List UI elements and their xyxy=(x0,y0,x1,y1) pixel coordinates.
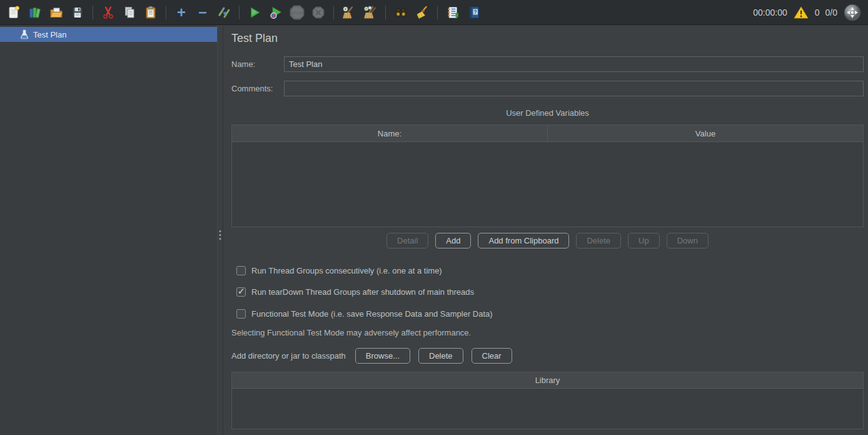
clear-icon xyxy=(341,5,356,20)
shutdown-icon xyxy=(311,5,326,20)
page-title: Test Plan xyxy=(231,32,278,45)
function-helper-button[interactable] xyxy=(443,3,463,23)
cut-icon xyxy=(101,5,116,20)
test-plan-tree: Test Plan xyxy=(0,25,217,435)
templates-button[interactable] xyxy=(25,3,45,23)
delete-button[interactable]: Delete xyxy=(576,233,621,248)
search-icon xyxy=(393,5,408,20)
comments-row: Comments: xyxy=(231,80,864,96)
toolbar: STOP xyxy=(0,0,868,25)
open-icon xyxy=(49,5,64,20)
test-plan-flask-icon xyxy=(20,29,29,39)
library-table: Library xyxy=(231,372,864,429)
tree-splitter[interactable] xyxy=(217,25,223,435)
collapse-all-button[interactable] xyxy=(193,3,213,23)
add-from-clipboard-button[interactable]: Add from Clipboard xyxy=(478,233,569,248)
paste-icon xyxy=(143,5,158,20)
new-icon xyxy=(6,5,21,20)
functional-test-mode-checkbox-row[interactable]: Functional Test Mode (i.e. save Response… xyxy=(236,309,493,319)
error-count: 0 xyxy=(815,8,820,18)
clear-all-button[interactable] xyxy=(360,3,380,23)
toolbar-status-area: 00:00:00 0 0/0 xyxy=(753,3,864,22)
open-button[interactable] xyxy=(46,3,66,23)
name-label: Name: xyxy=(231,59,284,69)
toolbar-separator xyxy=(385,6,386,19)
start-button[interactable] xyxy=(245,3,265,23)
variables-button-row: Detail Add Add from Clipboard Delete Up … xyxy=(231,232,864,248)
collapse-all-icon xyxy=(198,5,207,20)
warning-indicator-icon[interactable] xyxy=(793,5,809,20)
clear-button[interactable] xyxy=(339,3,359,23)
stop-icon: STOP xyxy=(289,4,305,21)
splitter-grip-icon[interactable] xyxy=(220,230,221,240)
templates-icon xyxy=(28,5,43,20)
search-button[interactable] xyxy=(391,3,411,23)
search-reset-button[interactable] xyxy=(412,3,432,23)
thread-counts: 0/0 xyxy=(825,8,837,18)
checkbox-icon[interactable] xyxy=(236,266,246,275)
start-icon xyxy=(247,5,262,20)
toggle-icon xyxy=(216,5,231,20)
classpath-delete-button[interactable]: Delete xyxy=(418,348,463,364)
toggle-button[interactable] xyxy=(214,3,234,23)
svg-text:?: ? xyxy=(474,8,477,14)
toolbar-separator xyxy=(93,6,93,19)
expand-all-button[interactable] xyxy=(171,3,191,23)
comments-input[interactable] xyxy=(284,81,864,96)
clear-all-icon xyxy=(363,5,378,20)
toolbar-separator xyxy=(333,6,334,19)
user-defined-variables-table: Name: Value xyxy=(231,125,864,227)
content-area: Test Plan Test Plan Name: Comments: User… xyxy=(0,25,868,435)
save-button[interactable] xyxy=(68,3,88,23)
table-header-row: Name: Value xyxy=(232,125,863,142)
toolbar-separator xyxy=(437,6,438,19)
name-input[interactable] xyxy=(284,56,864,72)
copy-icon xyxy=(122,5,137,20)
copy-button[interactable] xyxy=(119,3,139,23)
shutdown-button[interactable] xyxy=(308,3,328,23)
expand-all-icon xyxy=(177,5,186,20)
up-button[interactable]: Up xyxy=(628,233,660,248)
test-plan-panel: Test Plan Name: Comments: User Defined V… xyxy=(223,25,868,435)
checkbox-icon[interactable] xyxy=(236,287,246,297)
toolbar-separator xyxy=(166,6,166,19)
checkbox-icon[interactable] xyxy=(236,309,246,319)
run-indicator-icon xyxy=(843,3,862,22)
tree-item-test-plan[interactable]: Test Plan xyxy=(0,27,217,42)
column-header-value[interactable]: Value xyxy=(547,125,863,141)
function-helper-icon xyxy=(445,5,460,20)
search-reset-icon xyxy=(415,5,430,20)
browse-button[interactable]: Browse... xyxy=(355,348,410,364)
table-body-empty[interactable] xyxy=(232,142,863,227)
classpath-row: Add directory or jar to classpath Browse… xyxy=(231,347,512,364)
checkbox-label: Functional Test Mode (i.e. save Response… xyxy=(251,309,493,319)
help-icon: ? xyxy=(467,5,482,20)
library-header[interactable]: Library xyxy=(232,372,863,389)
toolbar-separator xyxy=(239,6,240,19)
functional-mode-note: Selecting Functional Test Mode may adver… xyxy=(231,328,471,337)
classpath-label: Add directory or jar to classpath xyxy=(231,351,346,361)
comments-label: Comments: xyxy=(231,84,284,93)
classpath-clear-button[interactable]: Clear xyxy=(472,348,512,364)
new-button[interactable] xyxy=(4,3,24,23)
cut-button[interactable] xyxy=(98,3,118,23)
detail-button[interactable]: Detail xyxy=(386,233,428,248)
user-defined-variables-title: User Defined Variables xyxy=(231,108,864,118)
add-button[interactable]: Add xyxy=(435,233,471,248)
run-consecutively-checkbox-row[interactable]: Run Thread Groups consecutively (i.e. on… xyxy=(236,265,442,276)
start-no-timers-icon xyxy=(268,5,283,20)
paste-button[interactable] xyxy=(141,3,161,23)
checkbox-label: Run tearDown Thread Groups after shutdow… xyxy=(251,287,474,297)
name-row: Name: xyxy=(231,56,864,72)
elapsed-time: 00:00:00 xyxy=(753,8,787,18)
start-no-timers-button[interactable] xyxy=(266,3,286,23)
down-button[interactable]: Down xyxy=(667,233,709,248)
svg-text:STOP: STOP xyxy=(292,11,302,14)
stop-button[interactable]: STOP xyxy=(287,3,307,23)
column-header-name[interactable]: Name: xyxy=(232,125,547,141)
checkbox-label: Run Thread Groups consecutively (i.e. on… xyxy=(251,266,442,275)
run-teardown-checkbox-row[interactable]: Run tearDown Thread Groups after shutdow… xyxy=(236,287,474,297)
help-button[interactable]: ? xyxy=(464,3,484,23)
save-icon xyxy=(70,5,85,20)
tree-item-label: Test Plan xyxy=(33,30,66,39)
